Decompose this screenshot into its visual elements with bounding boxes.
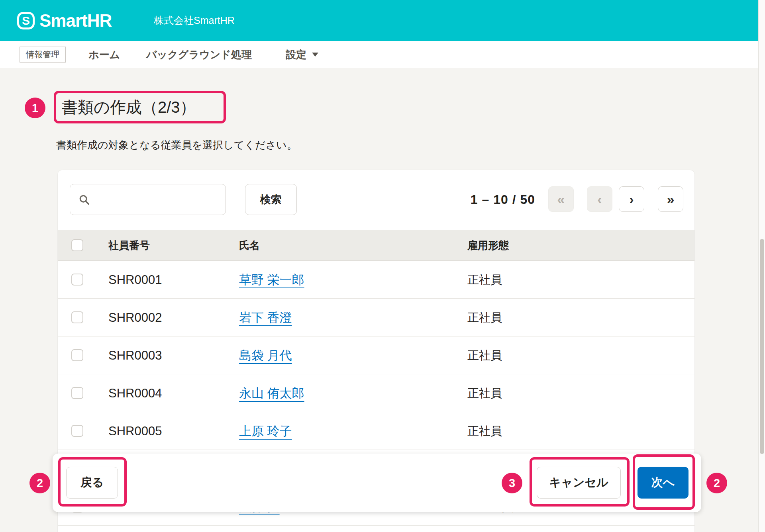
app-switcher-chip[interactable]: 情報管理 (20, 47, 66, 63)
smarthr-logo-text: SmartHR (39, 11, 112, 31)
back-button[interactable]: 戻る (66, 467, 118, 499)
table-row: SHR0002 岩下 香澄 正社員 (58, 299, 694, 336)
nav-item-settings-label: 設定 (286, 48, 306, 62)
column-header-employment-type: 雇用形態 (467, 230, 509, 261)
row-checkbox[interactable] (71, 387, 83, 399)
scrollbar-track[interactable] (758, 0, 765, 532)
page-title: 書類の作成（2/3） (62, 96, 196, 118)
pagination-prev-button[interactable]: ‹ (587, 186, 612, 212)
annotation-badge-3: 3 (502, 473, 522, 493)
row-checkbox[interactable] (71, 274, 83, 286)
employee-id: SHR0001 (108, 261, 162, 299)
pagination-last-button[interactable]: » (658, 186, 683, 212)
employee-name-link[interactable]: 草野 栄一郎 (239, 272, 304, 288)
employment-type: 正社員 (467, 336, 502, 374)
company-name: 株式会社SmartHR (154, 0, 235, 41)
pagination-first-button[interactable]: « (548, 186, 574, 212)
row-checkbox[interactable] (71, 311, 83, 323)
annotation-badge-2-left: 2 (29, 473, 50, 493)
column-header-name: 氏名 (239, 230, 260, 261)
search-field[interactable] (70, 184, 226, 215)
pagination-range-label: 1 – 10 / 50 (416, 184, 535, 215)
select-all-checkbox[interactable] (71, 239, 83, 251)
next-button[interactable]: 次へ (638, 467, 688, 499)
scrollbar-thumb[interactable] (760, 239, 764, 454)
smarthr-logo-icon: S (17, 12, 35, 29)
table-header-row: 社員番号 氏名 雇用形態 (58, 230, 694, 261)
nav-item-background-jobs[interactable]: バックグラウンド処理 (146, 41, 252, 68)
nav-item-home[interactable]: ホーム (88, 41, 120, 68)
column-header-employee-id: 社員番号 (108, 230, 150, 261)
employee-id: SHR0005 (108, 412, 162, 450)
pagination-next-button[interactable]: › (619, 186, 644, 212)
global-nav: 情報管理 ホーム バックグラウンド処理 設定 (0, 41, 758, 68)
search-input[interactable] (94, 184, 223, 215)
employee-id: SHR0002 (108, 299, 162, 336)
table-row: SHR0003 島袋 月代 正社員 (58, 336, 694, 374)
employee-id: SHR0003 (108, 336, 162, 374)
employee-name-link[interactable]: 永山 侑太郎 (239, 385, 304, 402)
search-icon (78, 194, 90, 205)
employment-type: 正社員 (467, 299, 502, 336)
table-row: SHR0001 草野 栄一郎 正社員 (58, 261, 694, 299)
employment-type: 正社員 (467, 374, 502, 412)
annotation-badge-2-right: 2 (706, 473, 727, 493)
employment-type: 正社員 (467, 261, 502, 299)
floating-action-bar: 戻る キャンセル 次へ (53, 454, 701, 512)
employment-type: 正社員 (467, 412, 502, 450)
search-button[interactable]: 検索 (245, 184, 297, 215)
row-checkbox[interactable] (71, 425, 83, 437)
smarthr-document-creation-page: S SmartHR 株式会社SmartHR 情報管理 ホーム バックグラウンド処… (0, 0, 765, 532)
nav-item-settings[interactable]: 設定 (286, 41, 318, 68)
row-checkbox[interactable] (71, 349, 83, 361)
annotation-box-title: 書類の作成（2/3） (54, 91, 226, 123)
page-description: 書類作成の対象となる従業員を選択してください。 (56, 138, 297, 152)
app-header: S SmartHR 株式会社SmartHR (0, 0, 758, 41)
chevron-down-icon (312, 53, 318, 57)
smarthr-logo[interactable]: S SmartHR (17, 0, 112, 41)
table-row: SHR0005 上原 玲子 正社員 (58, 412, 694, 450)
employee-id: SHR0004 (108, 374, 162, 412)
table-row: SHR0004 永山 侑太郎 正社員 (58, 374, 694, 412)
employee-name-link[interactable]: 上原 玲子 (239, 423, 292, 440)
employee-name-link[interactable]: 岩下 香澄 (239, 309, 292, 326)
employee-name-link[interactable]: 島袋 月代 (239, 347, 292, 364)
annotation-badge-1: 1 (25, 98, 45, 118)
cancel-button[interactable]: キャンセル (537, 467, 621, 499)
